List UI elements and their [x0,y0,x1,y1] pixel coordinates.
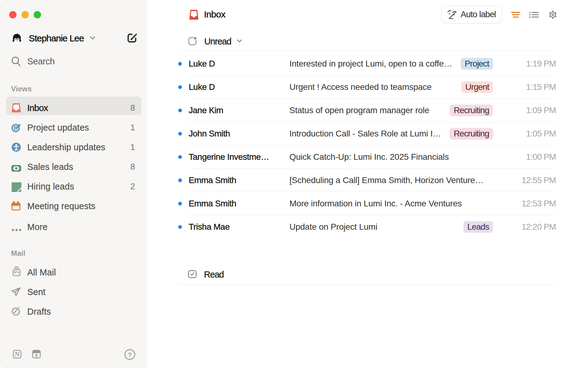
svg-text:?: ? [128,351,132,358]
svg-text:6: 6 [35,353,38,358]
svg-text:N: N [15,351,20,358]
